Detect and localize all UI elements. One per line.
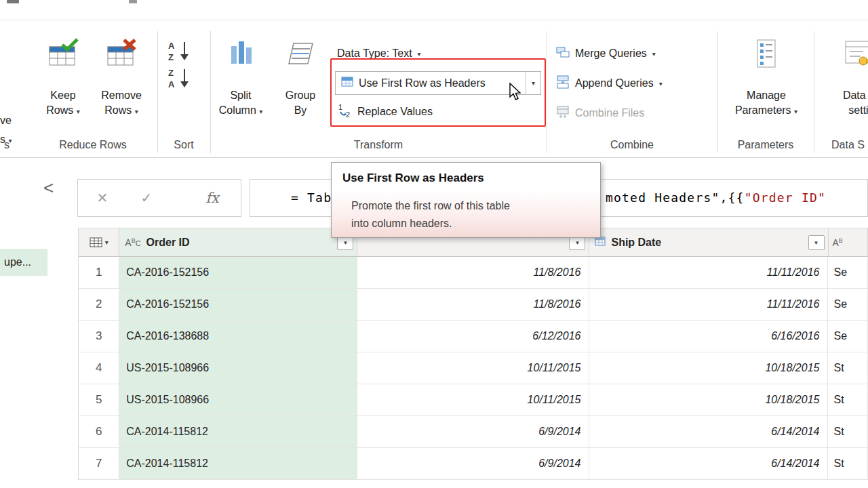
table-row: 4US-2015-10896610/11/201510/18/2015St bbox=[79, 352, 868, 384]
keep-rows-button[interactable]: Keep Rows ▾ bbox=[38, 38, 88, 119]
fx-add-step-button[interactable]: fx bbox=[205, 190, 219, 206]
cell-order-date[interactable]: 11/8/2016 bbox=[357, 257, 589, 288]
cell-order-id[interactable]: US-2015-108966 bbox=[119, 352, 357, 384]
row-number[interactable]: 6 bbox=[79, 416, 119, 447]
chevron-down-icon: ▾ bbox=[532, 79, 535, 87]
cell-ship-mode[interactable]: St bbox=[828, 384, 868, 415]
cell-order-id[interactable]: CA-2016-138688 bbox=[119, 321, 357, 352]
chevron-down-icon: ▾ bbox=[77, 108, 80, 115]
cell-ship-date[interactable]: 10/18/2015 bbox=[589, 352, 828, 384]
chevron-down-icon: ▾ bbox=[418, 50, 421, 58]
group-separator bbox=[210, 31, 211, 153]
group-by-button[interactable]: Group By bbox=[275, 38, 326, 118]
append-queries-icon bbox=[556, 75, 570, 92]
group-separator bbox=[814, 31, 814, 153]
remove-rows-icon bbox=[106, 38, 137, 72]
row-number[interactable]: 2 bbox=[79, 289, 119, 320]
column-header-order-id[interactable]: ABC Order ID ▼ bbox=[119, 228, 357, 256]
group-label-combine: Combine bbox=[547, 139, 717, 151]
cropped-tab-fragment bbox=[7, 0, 19, 3]
row-number[interactable]: 1 bbox=[79, 257, 119, 288]
table-row: 7CA-2014-1158126/9/20146/14/2014St bbox=[79, 448, 868, 480]
table-header-icon bbox=[341, 77, 353, 90]
svg-text:2: 2 bbox=[346, 110, 350, 118]
column-header-partial[interactable]: AB bbox=[829, 228, 868, 256]
query-list-item-selected[interactable]: upe... bbox=[0, 249, 47, 276]
cell-ship-date[interactable]: 11/11/2016 bbox=[589, 257, 828, 288]
append-queries-button[interactable]: Append Queries ▾ bbox=[556, 73, 663, 94]
svg-text:Z: Z bbox=[168, 52, 174, 62]
group-label-sort: Sort bbox=[157, 139, 210, 151]
split-column-button[interactable]: Split Column ▾ bbox=[214, 38, 267, 119]
row-number[interactable]: 7 bbox=[79, 448, 119, 479]
svg-text:A: A bbox=[168, 41, 175, 51]
cell-order-date[interactable]: 6/9/2014 bbox=[357, 448, 589, 479]
table-row: 6CA-2014-1158126/9/20146/14/2014St bbox=[79, 416, 868, 448]
cancel-formula-button[interactable]: ✕ bbox=[97, 190, 108, 206]
cell-order-id[interactable]: CA-2016-152156 bbox=[119, 289, 357, 320]
table-row: 2CA-2016-15215611/8/201611/11/2016Se bbox=[79, 289, 868, 321]
cell-order-date[interactable]: 10/11/2015 bbox=[357, 384, 589, 415]
chevron-down-icon: ▾ bbox=[794, 108, 797, 115]
cell-order-id[interactable]: US-2015-108966 bbox=[119, 384, 357, 415]
row-number[interactable]: 5 bbox=[79, 384, 119, 415]
group-label-data-sources: Data S bbox=[831, 139, 865, 151]
cell-order-date[interactable]: 6/9/2014 bbox=[357, 416, 589, 447]
cell-order-id[interactable]: CA-2016-152156 bbox=[119, 257, 357, 288]
manage-parameters-button[interactable]: Manage Parameters ▾ bbox=[736, 38, 796, 119]
chevron-down-icon: ▾ bbox=[135, 108, 138, 115]
cropped-remove-columns-label[interactable]: ve bbox=[0, 113, 12, 128]
table-corner-menu[interactable]: ▾ bbox=[79, 228, 119, 256]
filter-button-ship-date[interactable]: ▼ bbox=[808, 235, 825, 250]
column-header-ship-date[interactable]: Ship Date ▼ bbox=[589, 228, 828, 256]
cell-order-id[interactable]: CA-2014-115812 bbox=[119, 448, 357, 479]
grid-body: 1CA-2016-15215611/8/201611/11/2016Se2CA-… bbox=[79, 257, 868, 480]
cell-ship-date[interactable]: 6/14/2014 bbox=[589, 448, 828, 479]
sort-descending-button[interactable]: Z A bbox=[167, 66, 191, 92]
cell-ship-date[interactable]: 11/11/2016 bbox=[589, 289, 828, 320]
remove-rows-button[interactable]: Remove Rows ▾ bbox=[95, 38, 148, 119]
group-separator bbox=[717, 31, 718, 153]
commit-formula-button[interactable]: ✓ bbox=[141, 190, 153, 206]
sort-za-icon: Z A bbox=[167, 66, 191, 89]
replace-values-icon: 1 2 bbox=[337, 103, 352, 121]
mouse-cursor bbox=[509, 83, 524, 104]
cell-ship-date[interactable]: 6/16/2016 bbox=[589, 321, 828, 352]
replace-values-button[interactable]: 1 2 Replace Values bbox=[337, 102, 433, 122]
cell-order-id[interactable]: CA-2014-115812 bbox=[119, 416, 357, 447]
tooltip-use-first-row: Use First Row as Headers Promote the fir… bbox=[331, 162, 601, 238]
cell-ship-mode[interactable]: St bbox=[828, 352, 868, 384]
keep-rows-icon bbox=[47, 38, 79, 72]
data-preview-grid: ▾ ABC Order ID ▼ ▼ Ship Da bbox=[78, 228, 868, 480]
merge-queries-icon bbox=[556, 45, 570, 62]
cell-ship-mode[interactable]: St bbox=[828, 448, 868, 479]
chevron-down-icon: ▾ bbox=[105, 239, 108, 246]
cell-ship-mode[interactable]: Se bbox=[828, 257, 868, 288]
chevron-down-icon: ▾ bbox=[659, 80, 663, 87]
group-label-reduce-rows: Reduce Rows bbox=[39, 139, 146, 151]
data-source-settings-button[interactable]: Data s setti bbox=[825, 38, 868, 118]
cropped-tab-fragment bbox=[129, 0, 137, 3]
use-first-row-dropdown[interactable]: ▾ bbox=[526, 72, 540, 94]
ribbon-tab-strip bbox=[0, 0, 868, 20]
table-icon bbox=[90, 237, 103, 248]
cell-order-date[interactable]: 6/12/2016 bbox=[357, 321, 589, 352]
cell-ship-mode[interactable]: Se bbox=[828, 289, 868, 320]
row-number[interactable]: 4 bbox=[79, 352, 119, 384]
collapse-queries-pane-button[interactable]: < bbox=[43, 178, 54, 199]
cell-ship-mode[interactable]: Se bbox=[828, 321, 868, 352]
merge-queries-button[interactable]: Merge Queries ▾ bbox=[556, 43, 656, 64]
power-query-editor: ve s ▾ s Keep Rows ▾ Remove bbox=[0, 0, 868, 488]
data-type-button[interactable]: Data Type: Text ▾ bbox=[337, 43, 421, 64]
cell-ship-date[interactable]: 6/14/2014 bbox=[589, 416, 828, 447]
table-type-icon bbox=[595, 237, 606, 249]
tooltip-title: Use First Row as Headers bbox=[342, 171, 484, 185]
group-by-icon bbox=[285, 38, 315, 72]
cell-order-date[interactable]: 10/11/2015 bbox=[357, 352, 589, 384]
cell-ship-mode[interactable]: St bbox=[828, 416, 868, 447]
row-number[interactable]: 3 bbox=[79, 321, 119, 352]
sort-ascending-button[interactable]: A Z bbox=[167, 39, 191, 65]
cell-order-date[interactable]: 11/8/2016 bbox=[357, 289, 589, 320]
cell-ship-date[interactable]: 10/18/2015 bbox=[589, 384, 828, 415]
text-type-icon: AB bbox=[833, 237, 843, 249]
